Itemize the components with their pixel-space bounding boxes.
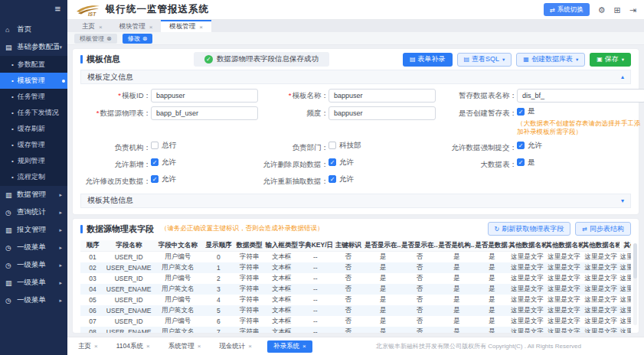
form-input[interactable] [329,89,436,103]
table-row[interactable]: 07USER_ID用户编号6字符串文本框--否是否是是这里是文字这里是文字这里是… [80,316,631,327]
table-row[interactable]: 04USER_ENAME用户英文名3字符串文本框--否是否是是这里是文字这里是文… [80,284,631,295]
field-label: 是否创建暂存表： [436,106,517,119]
table-row[interactable]: 01USER_ID用户编号0字符串文本框--否是否是是这里是文字这里是文字这里是… [80,252,631,262]
sidebar-subitem[interactable]: •任务管理 [0,89,67,105]
table-cell: 07 [80,316,105,327]
checkbox[interactable]: ✓ [151,158,159,166]
sidebar-item[interactable]: ▤基础参数配置▾ [0,38,67,56]
sidebar-item[interactable]: ◷一级菜单▸ [0,239,67,256]
close-icon[interactable]: × [149,24,153,31]
system-switch-button[interactable]: ⇄ 系统切换 [544,3,590,16]
field-label: *模板名称： [258,89,329,101]
vertical-scrollbar-thumb[interactable] [633,243,637,278]
close-icon[interactable]: × [94,343,98,350]
close-icon[interactable]: × [198,343,201,350]
close-icon[interactable]: × [146,343,150,350]
form-input[interactable] [151,89,258,103]
bottom-tab[interactable]: 系统管理× [165,340,204,353]
breadcrumb-chip[interactable]: 修改⊗ [123,34,153,44]
create-db-table-button[interactable]: ▦创建数据库表▾ [516,53,585,67]
chevron-right-icon: ▸ [59,280,62,286]
table-cell: 文本框 [265,295,299,305]
field-control: ✓允许 [517,141,644,151]
checkbox[interactable] [329,142,336,149]
checkbox[interactable]: ✓ [329,175,336,183]
save-button[interactable]: ▣保存▾ [590,53,631,67]
column-header: 其他数... [619,240,631,252]
field-control [517,89,644,103]
sidebar-item[interactable]: ▥数据管理▸ [0,186,67,204]
sidebar-item[interactable]: ▥一级菜单▸ [0,274,67,291]
table-cell: 字符串 [234,316,265,327]
form-input[interactable] [517,89,644,103]
top-tab[interactable]: 模板管理× [161,20,211,32]
form-input[interactable] [151,106,258,120]
form-field: 负责机构：总行 [80,141,258,154]
bottom-tab[interactable]: 1104系统× [113,340,153,353]
bottom-tab[interactable]: 现金统计× [216,340,255,353]
sidebar-item[interactable]: ◷一级菜单▸ [0,256,67,274]
template-definition-section-bar[interactable]: 模板定义信息 ▴ [80,70,631,84]
form-entry-button[interactable]: ▤表单补录 [403,53,453,67]
breadcrumb-chip[interactable]: 模板管理⊗ [74,34,117,44]
field-control: 总行 [151,141,258,151]
checkbox[interactable] [151,142,159,149]
table-row[interactable]: 03USER_ID用户编号2字符串文本框--否是否是是这里是文字这里是文字这里是… [80,273,631,284]
checkbox[interactable]: ✓ [151,175,159,183]
close-icon[interactable]: × [99,24,103,31]
checkbox[interactable]: ✓ [517,158,525,166]
refresh-fields-button[interactable]: ↻刷新获取物理表字段 [488,222,571,236]
field-control: ✓允许 [151,158,258,168]
sidebar-subitem[interactable]: •缓存刷新 [0,121,67,137]
logout-icon[interactable]: ⇥ [629,5,636,15]
sidebar-subitem[interactable]: •缓存管理 [0,137,67,153]
table-row[interactable]: 06USER_ENAME用户英文名5字符串文本框--否是否是是这里是文字这里是文… [80,305,631,316]
gear-icon[interactable]: ⚙ [598,5,606,15]
sidebar-subitem[interactable]: •规则管理 [0,153,67,169]
close-icon[interactable]: × [248,343,252,350]
close-icon[interactable]: × [199,24,203,31]
form-field: 大数据表：✓是 [436,158,644,171]
bottom-tab[interactable]: 主页× [75,340,101,353]
collapse-icon[interactable]: ▴ [621,73,624,80]
sidebar-subitem-label: 模板管理 [18,76,45,86]
section-title: 模板信息 [80,54,120,65]
sidebar-subitem[interactable]: •流程定制 [0,169,67,185]
template-other-section-bar[interactable]: 模板其他信息 ▾ [80,194,631,208]
table-row[interactable]: 08USER_ENAME用户英文名7字符串文本框--否是否是是这里是文字这里是文… [80,327,631,333]
bottom-tab[interactable]: 补录系统× [267,340,312,353]
top-tab[interactable]: 模块管理× [111,20,162,32]
chip-label: 修改 [128,34,140,43]
top-tab[interactable]: 主页× [74,20,111,32]
sync-structure-button[interactable]: ⇄同步表结构 [575,222,631,236]
expand-icon[interactable]: ▾ [621,197,624,204]
chevron-right-icon: ▸ [59,245,62,251]
field-label: 允许删除原始数据： [258,158,329,170]
sidebar-item[interactable]: ◷查询统计▸ [0,204,67,221]
close-circle-icon[interactable]: ⊗ [106,35,112,42]
sidebar-item[interactable]: ◷一级菜单▸ [0,291,67,309]
menu-toggle-icon[interactable]: ≡ [54,4,60,15]
close-circle-icon[interactable]: ⊗ [142,35,148,42]
fullscreen-icon[interactable]: ⊞ [614,5,621,15]
vertical-scrollbar-track[interactable] [633,243,637,325]
sidebar-item[interactable]: ▥报文管理▸ [0,221,67,239]
sidebar-item[interactable]: ⌂首页 [0,21,67,38]
checkbox[interactable]: ✓ [517,108,525,116]
checkbox[interactable]: ✓ [517,142,525,149]
table-cell: 用户编号 [152,316,203,327]
checkbox-label: 允许 [162,174,176,184]
sidebar-subitem[interactable]: •参数配置 [0,57,67,73]
table-row[interactable]: 02USER_ENAME用户英文名1字符串文本框--否是否是是这里是文字这里是文… [80,262,631,273]
checkbox[interactable]: ✓ [329,158,336,166]
table-cell: 1 [203,262,234,273]
close-icon[interactable]: × [302,343,306,350]
form-input[interactable] [329,106,436,120]
field-control: ✓是（大数据表不创建暂存表请勿选择并手工添加补录模板所需字段） [517,106,644,137]
sidebar-subitem[interactable]: •模板管理 [0,73,67,89]
sidebar-subitem-label: 缓存刷新 [18,124,45,134]
view-sql-button[interactable]: ▤查看SQL▾ [457,53,512,67]
table-row[interactable]: 05USER_ID用户编号4字符串文本框--否是否是是这里是文字这里是文字这里是… [80,295,631,305]
table-cell: -- [299,262,332,273]
sidebar-subitem[interactable]: •任务下发情况 [0,105,67,121]
